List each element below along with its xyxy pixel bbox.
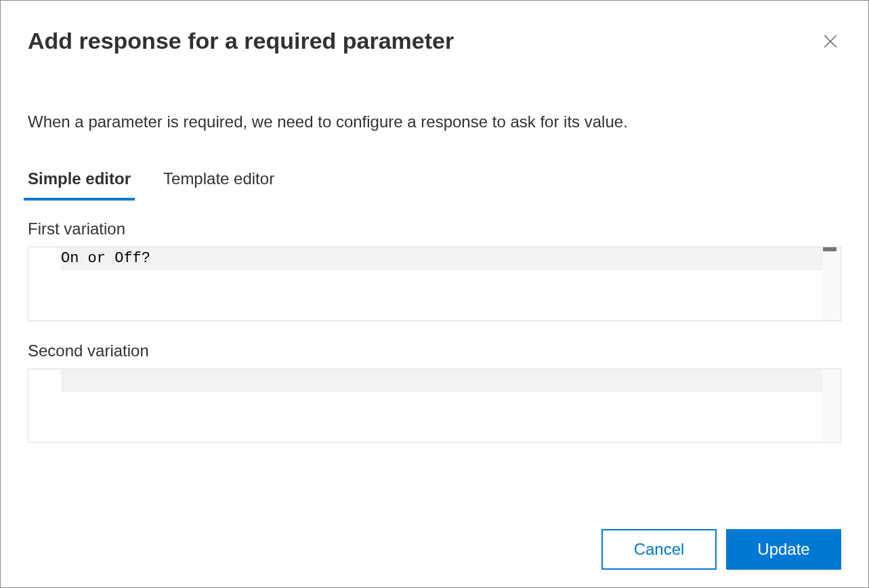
editor-scrollbar-thumb[interactable] xyxy=(823,247,836,251)
close-button[interactable] xyxy=(820,30,841,52)
dialog-header: Add response for a required parameter xyxy=(28,28,841,54)
second-variation-label: Second variation xyxy=(28,341,841,360)
editor-gutter xyxy=(28,247,61,320)
editor-gutter xyxy=(28,369,61,442)
dialog-container: Add response for a required parameter Wh… xyxy=(0,0,869,588)
first-variation-group: First variation On or Off? xyxy=(28,219,841,321)
dialog-title: Add response for a required parameter xyxy=(28,28,454,54)
dialog-description: When a parameter is required, we need to… xyxy=(28,112,841,131)
first-variation-editor[interactable]: On or Off? xyxy=(28,247,841,321)
second-variation-group: Second variation xyxy=(28,341,841,443)
first-variation-input[interactable]: On or Off? xyxy=(61,249,823,322)
dialog-footer: Cancel Update xyxy=(601,529,841,570)
second-variation-editor[interactable] xyxy=(28,369,841,443)
tab-template-editor[interactable]: Template editor xyxy=(163,169,274,199)
editor-scrollbar[interactable] xyxy=(823,369,841,442)
editor-scrollbar[interactable] xyxy=(823,247,841,320)
close-icon xyxy=(824,35,837,48)
cancel-button[interactable]: Cancel xyxy=(601,529,717,570)
second-variation-input[interactable] xyxy=(61,371,823,444)
tab-simple-editor[interactable]: Simple editor xyxy=(28,169,131,199)
update-button[interactable]: Update xyxy=(726,529,841,570)
tabs-container: Simple editor Template editor xyxy=(28,169,841,199)
first-variation-label: First variation xyxy=(28,219,841,238)
